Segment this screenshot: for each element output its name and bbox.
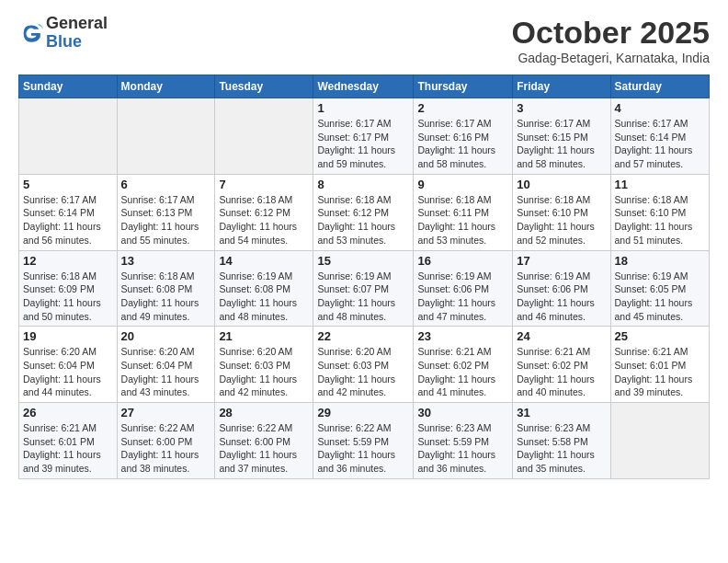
day-info: Sunrise: 6:18 AMSunset: 6:12 PMDaylight:… bbox=[317, 193, 409, 247]
day-info: Sunrise: 6:19 AMSunset: 6:07 PMDaylight:… bbox=[317, 270, 409, 324]
logo-blue: Blue bbox=[46, 32, 82, 51]
day-info: Sunrise: 6:20 AMSunset: 6:03 PMDaylight:… bbox=[317, 345, 409, 399]
weekday-header: Saturday bbox=[610, 75, 709, 98]
weekday-header: Friday bbox=[513, 75, 610, 98]
calendar-cell: 7Sunrise: 6:18 AMSunset: 6:12 PMDaylight… bbox=[215, 174, 313, 250]
logo-text-block: General Blue bbox=[46, 15, 108, 52]
day-info: Sunrise: 6:18 AMSunset: 6:10 PMDaylight:… bbox=[615, 193, 705, 247]
logo-general: General bbox=[46, 14, 108, 32]
day-info: Sunrise: 6:17 AMSunset: 6:15 PMDaylight:… bbox=[517, 117, 606, 171]
day-info: Sunrise: 6:21 AMSunset: 6:02 PMDaylight:… bbox=[417, 345, 508, 399]
day-info: Sunrise: 6:20 AMSunset: 6:03 PMDaylight:… bbox=[219, 345, 309, 399]
calendar-cell: 30Sunrise: 6:23 AMSunset: 5:59 PMDayligh… bbox=[414, 403, 513, 479]
day-number: 27 bbox=[121, 406, 211, 419]
page-container: General Blue October 2025 Gadag-Betageri… bbox=[0, 0, 728, 488]
day-info: Sunrise: 6:17 AMSunset: 6:16 PMDaylight:… bbox=[417, 117, 508, 171]
day-info: Sunrise: 6:21 AMSunset: 6:02 PMDaylight:… bbox=[517, 345, 606, 399]
day-number: 10 bbox=[517, 178, 606, 191]
calendar-cell bbox=[19, 98, 118, 175]
day-number: 11 bbox=[615, 178, 705, 191]
day-info: Sunrise: 6:18 AMSunset: 6:12 PMDaylight:… bbox=[219, 193, 309, 247]
weekday-header: Sunday bbox=[19, 75, 118, 98]
calendar-cell bbox=[215, 98, 313, 175]
day-number: 9 bbox=[417, 178, 508, 191]
day-info: Sunrise: 6:21 AMSunset: 6:01 PMDaylight:… bbox=[615, 345, 705, 399]
day-info: Sunrise: 6:17 AMSunset: 6:14 PMDaylight:… bbox=[23, 193, 113, 247]
day-number: 23 bbox=[417, 329, 508, 343]
day-number: 17 bbox=[517, 254, 606, 268]
weekday-header: Wednesday bbox=[313, 75, 414, 98]
calendar-cell: 4Sunrise: 6:17 AMSunset: 6:14 PMDaylight… bbox=[610, 98, 709, 175]
day-info: Sunrise: 6:17 AMSunset: 6:17 PMDaylight:… bbox=[317, 117, 409, 171]
calendar-cell: 26Sunrise: 6:21 AMSunset: 6:01 PMDayligh… bbox=[19, 403, 118, 479]
day-info: Sunrise: 6:17 AMSunset: 6:13 PMDaylight:… bbox=[121, 193, 211, 247]
day-info: Sunrise: 6:18 AMSunset: 6:11 PMDaylight:… bbox=[417, 193, 508, 247]
calendar-cell: 22Sunrise: 6:20 AMSunset: 6:03 PMDayligh… bbox=[313, 327, 414, 403]
calendar-header-row: SundayMondayTuesdayWednesdayThursdayFrid… bbox=[19, 75, 710, 98]
calendar-cell: 24Sunrise: 6:21 AMSunset: 6:02 PMDayligh… bbox=[513, 327, 610, 403]
day-info: Sunrise: 6:17 AMSunset: 6:14 PMDaylight:… bbox=[615, 117, 705, 171]
day-number: 5 bbox=[23, 178, 113, 191]
title-block: October 2025 Gadag-Betageri, Karnataka, … bbox=[512, 15, 710, 65]
calendar-cell: 17Sunrise: 6:19 AMSunset: 6:06 PMDayligh… bbox=[513, 250, 610, 327]
location: Gadag-Betageri, Karnataka, India bbox=[512, 51, 710, 65]
calendar-cell: 23Sunrise: 6:21 AMSunset: 6:02 PMDayligh… bbox=[414, 327, 513, 403]
day-number: 8 bbox=[317, 178, 409, 191]
day-number: 29 bbox=[317, 406, 409, 419]
calendar-cell: 31Sunrise: 6:23 AMSunset: 5:58 PMDayligh… bbox=[513, 403, 610, 479]
calendar-cell bbox=[610, 403, 709, 479]
day-info: Sunrise: 6:21 AMSunset: 6:01 PMDaylight:… bbox=[23, 421, 113, 476]
weekday-header: Thursday bbox=[414, 75, 513, 98]
calendar-cell: 28Sunrise: 6:22 AMSunset: 6:00 PMDayligh… bbox=[215, 403, 313, 479]
day-number: 31 bbox=[517, 406, 606, 419]
day-number: 7 bbox=[219, 178, 309, 191]
day-number: 25 bbox=[615, 329, 705, 343]
calendar-cell: 1Sunrise: 6:17 AMSunset: 6:17 PMDaylight… bbox=[313, 98, 414, 175]
calendar-cell: 11Sunrise: 6:18 AMSunset: 6:10 PMDayligh… bbox=[610, 174, 709, 250]
calendar-cell: 13Sunrise: 6:18 AMSunset: 6:08 PMDayligh… bbox=[117, 250, 215, 327]
weekday-header: Tuesday bbox=[215, 75, 313, 98]
day-info: Sunrise: 6:22 AMSunset: 6:00 PMDaylight:… bbox=[121, 421, 211, 476]
day-number: 19 bbox=[23, 329, 113, 343]
calendar-cell: 18Sunrise: 6:19 AMSunset: 6:05 PMDayligh… bbox=[610, 250, 709, 327]
page-header: General Blue October 2025 Gadag-Betageri… bbox=[18, 15, 710, 65]
day-number: 14 bbox=[219, 254, 309, 268]
day-number: 2 bbox=[417, 101, 508, 115]
day-info: Sunrise: 6:18 AMSunset: 6:10 PMDaylight:… bbox=[517, 193, 606, 247]
day-number: 24 bbox=[517, 329, 606, 343]
logo-icon bbox=[18, 20, 44, 46]
day-info: Sunrise: 6:22 AMSunset: 5:59 PMDaylight:… bbox=[317, 421, 409, 476]
calendar-cell: 21Sunrise: 6:20 AMSunset: 6:03 PMDayligh… bbox=[215, 327, 313, 403]
day-number: 16 bbox=[417, 254, 508, 268]
calendar-week-row: 19Sunrise: 6:20 AMSunset: 6:04 PMDayligh… bbox=[19, 327, 710, 403]
calendar-cell: 27Sunrise: 6:22 AMSunset: 6:00 PMDayligh… bbox=[117, 403, 215, 479]
calendar-cell: 20Sunrise: 6:20 AMSunset: 6:04 PMDayligh… bbox=[117, 327, 215, 403]
calendar-cell: 9Sunrise: 6:18 AMSunset: 6:11 PMDaylight… bbox=[414, 174, 513, 250]
day-number: 13 bbox=[121, 254, 211, 268]
day-info: Sunrise: 6:19 AMSunset: 6:08 PMDaylight:… bbox=[219, 270, 309, 324]
day-info: Sunrise: 6:20 AMSunset: 6:04 PMDaylight:… bbox=[23, 345, 113, 399]
day-info: Sunrise: 6:19 AMSunset: 6:06 PMDaylight:… bbox=[417, 270, 508, 324]
logo: General Blue bbox=[18, 15, 108, 52]
day-number: 21 bbox=[219, 329, 309, 343]
day-number: 26 bbox=[23, 406, 113, 419]
weekday-header: Monday bbox=[117, 75, 215, 98]
calendar-week-row: 5Sunrise: 6:17 AMSunset: 6:14 PMDaylight… bbox=[19, 174, 710, 250]
day-number: 18 bbox=[615, 254, 705, 268]
calendar-cell: 14Sunrise: 6:19 AMSunset: 6:08 PMDayligh… bbox=[215, 250, 313, 327]
day-info: Sunrise: 6:20 AMSunset: 6:04 PMDaylight:… bbox=[121, 345, 211, 399]
day-number: 12 bbox=[23, 254, 113, 268]
month-title: October 2025 bbox=[512, 15, 710, 51]
day-number: 15 bbox=[317, 254, 409, 268]
day-info: Sunrise: 6:19 AMSunset: 6:05 PMDaylight:… bbox=[615, 270, 705, 324]
day-info: Sunrise: 6:23 AMSunset: 5:59 PMDaylight:… bbox=[417, 421, 508, 476]
calendar-cell: 16Sunrise: 6:19 AMSunset: 6:06 PMDayligh… bbox=[414, 250, 513, 327]
calendar-cell: 19Sunrise: 6:20 AMSunset: 6:04 PMDayligh… bbox=[19, 327, 118, 403]
calendar-cell: 6Sunrise: 6:17 AMSunset: 6:13 PMDaylight… bbox=[117, 174, 215, 250]
calendar-cell: 3Sunrise: 6:17 AMSunset: 6:15 PMDaylight… bbox=[513, 98, 610, 175]
day-number: 4 bbox=[615, 101, 705, 115]
day-info: Sunrise: 6:23 AMSunset: 5:58 PMDaylight:… bbox=[517, 421, 606, 476]
calendar-week-row: 26Sunrise: 6:21 AMSunset: 6:01 PMDayligh… bbox=[19, 403, 710, 479]
day-number: 22 bbox=[317, 329, 409, 343]
day-number: 1 bbox=[317, 101, 409, 115]
